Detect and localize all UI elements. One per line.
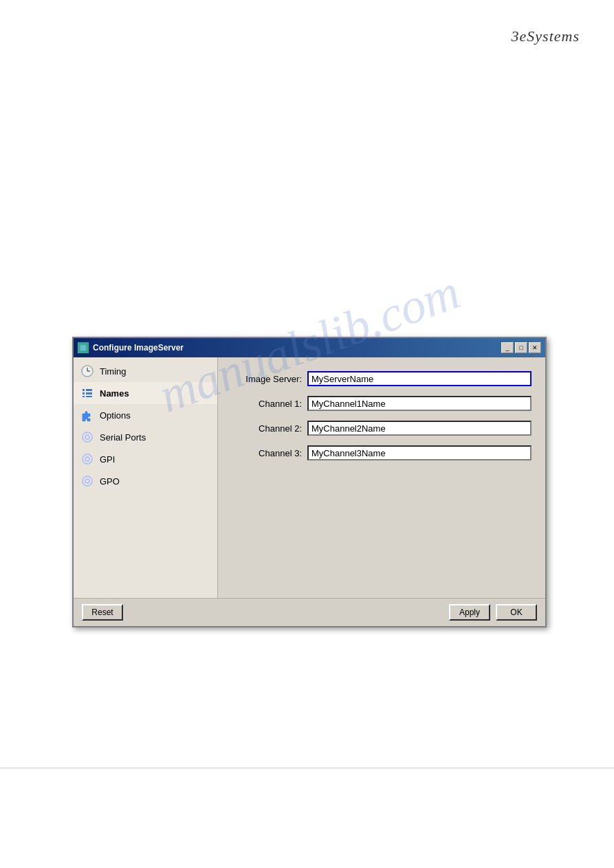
image-server-label: Image Server: xyxy=(232,374,307,384)
serial-icon xyxy=(80,430,94,444)
sidebar-gpi-label: GPI xyxy=(100,454,115,465)
sidebar-timing-label: Timing xyxy=(100,366,127,377)
footer-left: Reset xyxy=(82,604,123,621)
channel3-label: Channel 3: xyxy=(232,448,307,458)
channel2-label: Channel 2: xyxy=(232,423,307,434)
svg-point-12 xyxy=(85,435,89,439)
sidebar-gpo-label: GPO xyxy=(100,476,120,487)
title-bar-left: Configure ImageServer xyxy=(78,342,184,353)
bottom-rule xyxy=(0,768,614,768)
main-content: Image Server: Channel 1: Channel 2: Chan… xyxy=(218,357,545,598)
svg-rect-5 xyxy=(83,389,85,391)
sidebar-item-options[interactable]: Options xyxy=(74,404,217,426)
channel3-input[interactable] xyxy=(307,445,531,460)
image-server-row: Image Server: xyxy=(232,371,531,386)
reset-button[interactable]: Reset xyxy=(82,604,123,621)
svg-rect-6 xyxy=(86,389,92,391)
footer-right: Apply OK xyxy=(449,604,537,621)
svg-point-14 xyxy=(85,457,89,461)
brand-logo: 3eSystems xyxy=(512,27,580,45)
apply-button[interactable]: Apply xyxy=(449,604,490,621)
sidebar: Timing Names xyxy=(74,357,218,598)
restore-button[interactable]: □ xyxy=(515,342,527,353)
svg-rect-9 xyxy=(83,396,85,397)
sidebar-serial-ports-label: Serial Ports xyxy=(100,432,146,443)
svg-point-11 xyxy=(83,432,92,442)
dialog-footer: Reset Apply OK xyxy=(74,598,545,626)
svg-rect-8 xyxy=(86,392,92,394)
dialog-icon xyxy=(78,342,89,353)
puzzle-icon xyxy=(80,408,94,422)
channel2-row: Channel 2: xyxy=(232,421,531,436)
sidebar-item-gpi[interactable]: GPI xyxy=(74,448,217,470)
channel1-row: Channel 1: xyxy=(232,396,531,411)
channel2-input[interactable] xyxy=(307,421,531,436)
title-bar-controls: _ □ ✕ xyxy=(501,342,541,353)
sidebar-item-names[interactable]: Names xyxy=(74,382,217,404)
gpo-icon xyxy=(80,474,94,488)
dialog-body: Timing Names xyxy=(74,357,545,598)
svg-rect-1 xyxy=(80,345,86,350)
ok-button[interactable]: OK xyxy=(496,604,537,621)
svg-rect-7 xyxy=(83,392,85,394)
title-bar: Configure ImageServer _ □ ✕ xyxy=(74,338,545,357)
clock-icon xyxy=(80,364,94,378)
channel3-row: Channel 3: xyxy=(232,445,531,460)
channel1-label: Channel 1: xyxy=(232,399,307,409)
list-icon xyxy=(80,386,94,400)
svg-point-13 xyxy=(83,454,92,464)
dialog-title: Configure ImageServer xyxy=(93,343,184,353)
close-button[interactable]: ✕ xyxy=(529,342,541,353)
channel1-input[interactable] xyxy=(307,396,531,411)
sidebar-names-label: Names xyxy=(100,388,129,399)
sidebar-item-gpo[interactable]: GPO xyxy=(74,470,217,492)
sidebar-options-label: Options xyxy=(100,410,131,421)
sidebar-item-serial-ports[interactable]: Serial Ports xyxy=(74,426,217,448)
image-server-input[interactable] xyxy=(307,371,531,386)
sidebar-item-timing[interactable]: Timing xyxy=(74,360,217,382)
configure-imageserver-dialog: Configure ImageServer _ □ ✕ Timing xyxy=(72,337,547,627)
minimize-button[interactable]: _ xyxy=(501,342,514,353)
svg-rect-10 xyxy=(86,396,92,397)
svg-point-16 xyxy=(85,479,89,483)
svg-point-15 xyxy=(83,476,92,486)
gpi-icon xyxy=(80,452,94,466)
